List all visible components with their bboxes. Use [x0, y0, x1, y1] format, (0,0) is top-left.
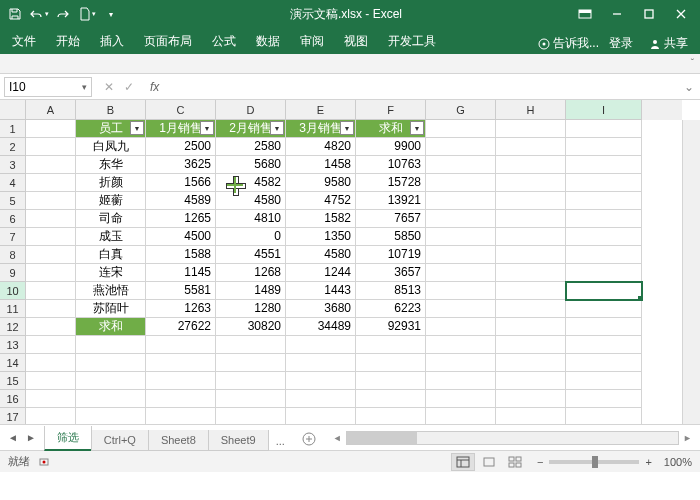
cell[interactable]: [146, 336, 216, 354]
row-header[interactable]: 2: [0, 138, 26, 156]
row-header[interactable]: 7: [0, 228, 26, 246]
view-pagebreak-button[interactable]: [503, 453, 527, 471]
cell[interactable]: [426, 390, 496, 408]
tab-home[interactable]: 开始: [46, 28, 90, 54]
cell[interactable]: 1489: [216, 282, 286, 300]
cell[interactable]: 3月销售▼: [286, 120, 356, 138]
cell[interactable]: 1582: [286, 210, 356, 228]
cell[interactable]: [496, 318, 566, 336]
cell[interactable]: [426, 156, 496, 174]
cell[interactable]: 1145: [146, 264, 216, 282]
cell[interactable]: [566, 120, 642, 138]
tab-data[interactable]: 数据: [246, 28, 290, 54]
cell[interactable]: 7657: [356, 210, 426, 228]
cell[interactable]: [496, 282, 566, 300]
cell[interactable]: [76, 408, 146, 424]
cell[interactable]: [216, 372, 286, 390]
cell[interactable]: 4580: [286, 246, 356, 264]
cell[interactable]: [426, 354, 496, 372]
col-header[interactable]: I: [566, 100, 642, 120]
sheet-nav-prev[interactable]: ◄: [8, 432, 18, 443]
col-header[interactable]: H: [496, 100, 566, 120]
cell[interactable]: 5680: [216, 156, 286, 174]
row-header[interactable]: 13: [0, 336, 26, 354]
cell[interactable]: 15728: [356, 174, 426, 192]
cell[interactable]: 34489: [286, 318, 356, 336]
cell[interactable]: [286, 390, 356, 408]
cell[interactable]: [26, 282, 76, 300]
cell[interactable]: [26, 120, 76, 138]
undo-button[interactable]: ▾: [28, 3, 50, 25]
cell[interactable]: 92931: [356, 318, 426, 336]
cell[interactable]: [76, 372, 146, 390]
cell[interactable]: 5581: [146, 282, 216, 300]
row-header[interactable]: 12: [0, 318, 26, 336]
cell[interactable]: [426, 210, 496, 228]
cell[interactable]: [426, 318, 496, 336]
cell[interactable]: 8513: [356, 282, 426, 300]
cell[interactable]: [216, 408, 286, 424]
row-header[interactable]: 6: [0, 210, 26, 228]
cell[interactable]: 1443: [286, 282, 356, 300]
row-header[interactable]: 15: [0, 372, 26, 390]
row-headers[interactable]: 1234567891011121314151617: [0, 120, 26, 424]
cell[interactable]: 1263: [146, 300, 216, 318]
view-layout-button[interactable]: [477, 453, 501, 471]
cell[interactable]: [286, 336, 356, 354]
cell[interactable]: 1350: [286, 228, 356, 246]
cell[interactable]: [356, 390, 426, 408]
sheet-tab[interactable]: Sheet8: [148, 430, 209, 451]
ribbon-options-button[interactable]: [570, 3, 600, 25]
cell[interactable]: [26, 192, 76, 210]
cell[interactable]: [566, 372, 642, 390]
sheet-add-button[interactable]: [293, 427, 325, 451]
cell[interactable]: [426, 192, 496, 210]
cell[interactable]: 1280: [216, 300, 286, 318]
cell[interactable]: [146, 354, 216, 372]
select-all-corner[interactable]: [0, 100, 26, 120]
cell[interactable]: [566, 138, 642, 156]
cell[interactable]: 3680: [286, 300, 356, 318]
tell-me[interactable]: 告诉我...: [538, 35, 599, 52]
cell[interactable]: [566, 300, 642, 318]
cell[interactable]: [146, 408, 216, 424]
view-normal-button[interactable]: [451, 453, 475, 471]
hscroll-right[interactable]: ►: [683, 433, 692, 443]
cell[interactable]: [216, 336, 286, 354]
cell[interactable]: [566, 210, 642, 228]
cell[interactable]: [566, 174, 642, 192]
zoom-in-button[interactable]: +: [645, 456, 651, 468]
cell[interactable]: [566, 246, 642, 264]
cell[interactable]: 1458: [286, 156, 356, 174]
redo-button[interactable]: [52, 3, 74, 25]
save-button[interactable]: [4, 3, 26, 25]
cell[interactable]: 10719: [356, 246, 426, 264]
fx-button[interactable]: fx: [142, 80, 167, 94]
cell[interactable]: [426, 408, 496, 424]
cell[interactable]: [146, 372, 216, 390]
row-header[interactable]: 1: [0, 120, 26, 138]
qat-customize[interactable]: ▾: [100, 3, 122, 25]
login-button[interactable]: 登录: [603, 35, 639, 52]
cell[interactable]: [26, 138, 76, 156]
cell[interactable]: 4580: [216, 192, 286, 210]
cell[interactable]: 0: [216, 228, 286, 246]
cell[interactable]: [426, 282, 496, 300]
cell[interactable]: [356, 372, 426, 390]
cell[interactable]: [496, 372, 566, 390]
cell[interactable]: [566, 156, 642, 174]
cell[interactable]: [496, 408, 566, 424]
col-header[interactable]: G: [426, 100, 496, 120]
cell[interactable]: [496, 120, 566, 138]
vertical-scrollbar[interactable]: [682, 120, 700, 424]
sheet-tab[interactable]: Sheet9: [208, 430, 269, 451]
tab-layout[interactable]: 页面布局: [134, 28, 202, 54]
cell[interactable]: 1265: [146, 210, 216, 228]
cell[interactable]: [566, 408, 642, 424]
cell[interactable]: 1244: [286, 264, 356, 282]
cell[interactable]: [26, 372, 76, 390]
cell[interactable]: 燕池悟: [76, 282, 146, 300]
cell[interactable]: [76, 336, 146, 354]
column-headers[interactable]: ABCDEFGHI: [26, 100, 682, 120]
ribbon-collapse-icon[interactable]: ˇ: [691, 58, 694, 69]
